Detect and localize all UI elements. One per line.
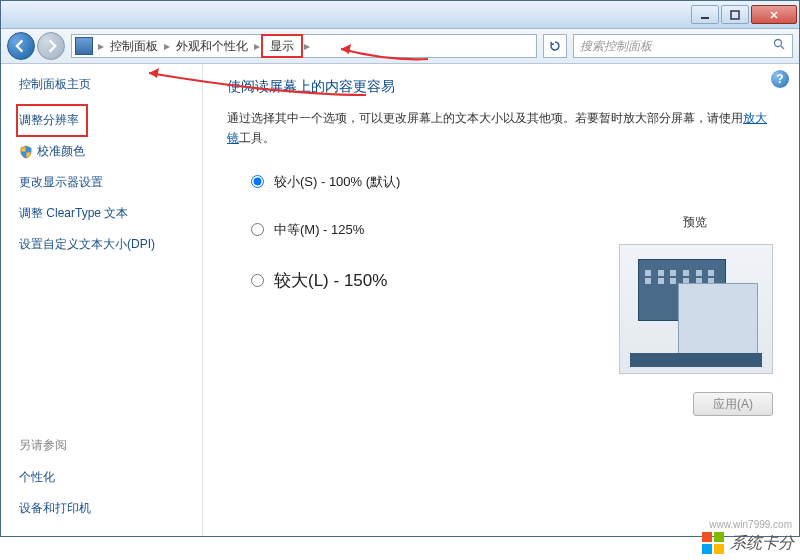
sidebar-item-display-settings[interactable]: 更改显示器设置 [19, 167, 202, 198]
sidebar-item-cleartype[interactable]: 调整 ClearType 文本 [19, 198, 202, 229]
content-area: 控制面板主页 调整分辨率 校准颜色 更改显示器设置 调整 ClearType 文… [1, 64, 799, 536]
shield-icon [19, 145, 33, 159]
watermark-url: www.win7999.com [709, 519, 792, 530]
windows-logo-icon [702, 532, 724, 554]
back-button[interactable] [7, 32, 35, 60]
sidebar-item-resolution[interactable]: 调整分辨率 [17, 105, 87, 136]
help-icon[interactable]: ? [771, 70, 789, 88]
crumb-appearance[interactable]: 外观和个性化 [172, 35, 252, 57]
control-panel-icon [75, 37, 93, 55]
maximize-button[interactable] [721, 5, 749, 24]
see-also-heading: 另请参阅 [19, 437, 202, 454]
svg-point-2 [775, 40, 782, 47]
radio-small[interactable] [251, 175, 264, 188]
see-also-personalization[interactable]: 个性化 [19, 462, 202, 493]
search-input[interactable]: 搜索控制面板 [573, 34, 793, 58]
sidebar: 控制面板主页 调整分辨率 校准颜色 更改显示器设置 调整 ClearType 文… [1, 64, 203, 536]
chevron-right-icon: ▸ [162, 35, 172, 57]
chevron-right-icon: ▸ [302, 35, 312, 57]
crumb-display[interactable]: 显示 [262, 35, 302, 57]
refresh-button[interactable] [543, 34, 567, 58]
main-panel: ? 使阅读屏幕上的内容更容易 通过选择其中一个选项，可以更改屏幕上的文本大小以及… [203, 64, 799, 536]
control-panel-window: ▸ 控制面板 ▸ 外观和个性化 ▸ 显示 ▸ 搜索控制面板 控制面板主页 调整分… [0, 0, 800, 537]
radio-large[interactable] [251, 274, 264, 287]
minimize-button[interactable] [691, 5, 719, 24]
crumb-control-panel[interactable]: 控制面板 [106, 35, 162, 57]
control-panel-home-link[interactable]: 控制面板主页 [19, 76, 202, 93]
preview-thumbnail [619, 244, 773, 374]
preview-label: 预览 [683, 214, 707, 231]
page-description: 通过选择其中一个选项，可以更改屏幕上的文本大小以及其他项。若要暂时放大部分屏幕，… [227, 108, 775, 149]
close-button[interactable] [751, 5, 797, 24]
svg-rect-0 [701, 17, 709, 19]
apply-button[interactable]: 应用(A) [693, 392, 773, 416]
svg-rect-1 [731, 11, 739, 19]
titlebar [1, 1, 799, 29]
chevron-right-icon: ▸ [96, 35, 106, 57]
option-small[interactable]: 较小(S) - 100% (默认) [251, 173, 775, 191]
radio-medium[interactable] [251, 223, 264, 236]
search-placeholder: 搜索控制面板 [580, 38, 652, 55]
breadcrumb-bar[interactable]: ▸ 控制面板 ▸ 外观和个性化 ▸ 显示 ▸ [71, 34, 537, 58]
sidebar-item-calibrate-color[interactable]: 校准颜色 [19, 136, 202, 167]
page-title: 使阅读屏幕上的内容更容易 [227, 78, 775, 96]
navigation-bar: ▸ 控制面板 ▸ 外观和个性化 ▸ 显示 ▸ 搜索控制面板 [1, 29, 799, 64]
forward-button[interactable] [37, 32, 65, 60]
watermark: 系统卡分 [702, 532, 794, 554]
search-icon [773, 38, 786, 54]
chevron-right-icon: ▸ [252, 35, 262, 57]
sidebar-item-custom-dpi[interactable]: 设置自定义文本大小(DPI) [19, 229, 202, 260]
see-also-devices-printers[interactable]: 设备和打印机 [19, 493, 202, 524]
